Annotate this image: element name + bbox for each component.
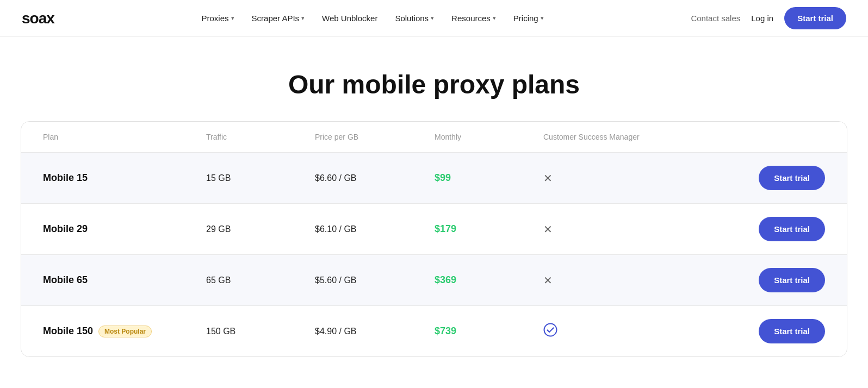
table-row: Mobile 65 65 GB $5.60 / GB $369 ✕ Start …: [21, 254, 847, 305]
table-header: Plan Traffic Price per GB Monthly Custom…: [21, 122, 847, 152]
col-header-traffic: Traffic: [206, 133, 315, 141]
contact-sales-link[interactable]: Contact sales: [691, 14, 740, 23]
traffic-value: 29 GB: [206, 224, 315, 234]
csm-status: ✕: [543, 223, 716, 236]
nav-item-web-unblocker[interactable]: Web Unblocker: [314, 9, 385, 27]
monthly-price: $739: [435, 326, 543, 337]
action-cell: Start trial: [716, 319, 825, 343]
price-per-gb: $6.10 / GB: [315, 224, 435, 234]
csm-status: ✕: [543, 274, 716, 287]
price-per-gb: $5.60 / GB: [315, 276, 435, 285]
chevron-down-icon: ▾: [231, 15, 234, 22]
chevron-down-icon: ▾: [431, 15, 434, 22]
action-cell: Start trial: [716, 166, 825, 190]
nav-right: Contact sales Log in Start trial: [691, 7, 846, 29]
monthly-price: $369: [435, 274, 543, 286]
nav-item-scraper-apis[interactable]: Scraper APIs ▾: [244, 9, 313, 27]
table-row: Mobile 150 Most Popular 150 GB $4.90 / G…: [21, 305, 847, 356]
plan-name: Mobile 65: [43, 274, 206, 286]
chevron-down-icon: ▾: [301, 15, 305, 22]
plan-name: Mobile 150 Most Popular: [43, 326, 206, 337]
col-header-plan: Plan: [43, 133, 206, 141]
login-link[interactable]: Log in: [751, 14, 773, 23]
nav-item-pricing[interactable]: Pricing ▾: [506, 9, 551, 27]
plan-name: Mobile 29: [43, 223, 206, 235]
monthly-price: $179: [435, 223, 543, 235]
table-row: Mobile 29 29 GB $6.10 / GB $179 ✕ Start …: [21, 203, 847, 254]
svg-point-0: [544, 323, 557, 336]
start-trial-button[interactable]: Start trial: [759, 268, 825, 292]
traffic-value: 15 GB: [206, 173, 315, 183]
pricing-section: Plan Traffic Price per GB Monthly Custom…: [10, 121, 858, 388]
chevron-down-icon: ▾: [493, 15, 496, 22]
price-per-gb: $4.90 / GB: [315, 327, 435, 336]
nav-item-resources[interactable]: Resources ▾: [444, 9, 504, 27]
nav-item-proxies[interactable]: Proxies ▾: [194, 9, 242, 27]
page-title-section: Our mobile proxy plans: [0, 37, 868, 121]
col-header-price-gb: Price per GB: [315, 133, 435, 141]
page-title: Our mobile proxy plans: [11, 70, 857, 99]
col-header-action: [716, 133, 825, 141]
nav-start-trial-button[interactable]: Start trial: [784, 7, 846, 29]
traffic-value: 150 GB: [206, 327, 315, 336]
nav-item-solutions[interactable]: Solutions ▾: [387, 9, 442, 27]
csm-status: ✕: [543, 172, 716, 185]
action-cell: Start trial: [716, 217, 825, 241]
cross-icon: ✕: [543, 223, 553, 236]
cross-icon: ✕: [543, 172, 553, 185]
cross-icon: ✕: [543, 274, 553, 287]
monthly-price: $99: [435, 172, 543, 184]
navbar: soax Proxies ▾ Scraper APIs ▾ Web Unbloc…: [0, 0, 868, 37]
plan-name: Mobile 15: [43, 172, 206, 184]
most-popular-badge: Most Popular: [98, 326, 152, 337]
pricing-table: Plan Traffic Price per GB Monthly Custom…: [21, 121, 847, 357]
csm-status: [543, 323, 716, 340]
logo[interactable]: soax: [22, 10, 54, 27]
start-trial-button[interactable]: Start trial: [759, 166, 825, 190]
start-trial-button[interactable]: Start trial: [759, 319, 825, 343]
chevron-down-icon: ▾: [541, 15, 544, 22]
check-icon: [543, 323, 557, 340]
price-per-gb: $6.60 / GB: [315, 173, 435, 183]
col-header-csm: Customer Success Manager: [543, 133, 716, 141]
table-row: Mobile 15 15 GB $6.60 / GB $99 ✕ Start t…: [21, 152, 847, 203]
nav-links: Proxies ▾ Scraper APIs ▾ Web Unblocker S…: [194, 9, 551, 27]
start-trial-button[interactable]: Start trial: [759, 217, 825, 241]
traffic-value: 65 GB: [206, 276, 315, 285]
col-header-monthly: Monthly: [435, 133, 543, 141]
action-cell: Start trial: [716, 268, 825, 292]
